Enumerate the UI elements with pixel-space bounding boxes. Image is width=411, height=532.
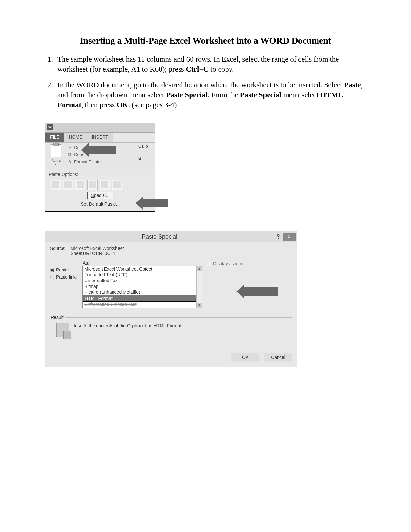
as-label: As:As:	[83, 261, 202, 266]
paste-option-icon[interactable]	[75, 180, 85, 190]
step-2: In the WORD document, go to the desired …	[55, 80, 369, 110]
paintbrush-icon: ✎	[68, 159, 73, 164]
list-item[interactable]: Microsoft Excel Worksheet Object	[83, 266, 202, 272]
tab-insert[interactable]: INSERT	[87, 133, 113, 142]
dialog-titlebar: Paste Special ? ✕	[45, 231, 297, 242]
copy-icon: ⧉	[68, 152, 73, 157]
cancel-button[interactable]: Cancel	[264, 353, 292, 362]
list-item[interactable]: Unformatted Text	[83, 278, 202, 283]
format-painter-menu-item[interactable]: ✎Format Painter	[68, 158, 135, 165]
clipboard-result-icon	[56, 323, 69, 337]
paste-radio[interactable]: Paste:Paste:	[50, 266, 82, 273]
scrollbar[interactable]: ▲ ▼	[196, 266, 202, 308]
word-app-icon: W	[47, 124, 53, 130]
result-label: Result	[50, 315, 65, 320]
paste-link-radio[interactable]: Paste link:Paste link:	[50, 273, 82, 281]
close-button[interactable]: ✕	[283, 233, 296, 241]
paste-option-icon[interactable]	[63, 180, 73, 190]
checkbox-icon	[207, 261, 211, 266]
annotation-arrow-icon	[142, 199, 168, 207]
ok-button[interactable]: OK	[231, 353, 259, 362]
annotation-arrow-icon	[87, 146, 116, 154]
list-item[interactable]: Bitmap	[83, 283, 202, 289]
step-1: The sample worksheet has 11 columns and …	[55, 54, 369, 74]
paste-button[interactable]: Paste ▾	[45, 143, 66, 170]
quick-access-toolbar: W	[45, 123, 155, 133]
font-name-fragment: Calib	[138, 144, 154, 149]
radio-selected-icon	[50, 268, 54, 272]
instruction-list: The sample worksheet has 11 columns and …	[42, 54, 369, 110]
display-as-icon-checkbox[interactable]: Display as icon	[207, 261, 243, 308]
source-info: Source: Microsoft Excel Worksheet Sheet1…	[50, 246, 292, 256]
page-title: Inserting a Multi-Page Excel Worksheet i…	[42, 35, 369, 46]
format-listbox[interactable]: Microsoft Excel Worksheet Object Formatt…	[82, 266, 202, 308]
scroll-down-icon[interactable]: ▼	[197, 303, 202, 308]
radio-unselected-icon	[50, 275, 54, 279]
tab-home[interactable]: HOME	[64, 133, 87, 142]
paste-options-header: Paste Options:	[49, 172, 152, 177]
result-group: Result Inserts the contents of the Clipb…	[50, 315, 292, 347]
tab-file[interactable]: FILE	[45, 133, 64, 142]
ribbon-tabs: FILE HOME INSERT	[45, 133, 155, 142]
list-item-selected[interactable]: HTML Format	[82, 295, 202, 302]
paste-label: Paste	[47, 158, 64, 163]
list-item[interactable]: Formatted Text (RTF)	[83, 272, 202, 278]
clipboard-icon	[51, 144, 61, 157]
scissors-icon: ✂	[68, 145, 73, 150]
paste-option-icon[interactable]	[112, 180, 122, 190]
paste-option-icon[interactable]	[51, 180, 61, 190]
paste-option-icon[interactable]	[87, 180, 98, 190]
paste-special-dialog: Paste Special ? ✕ Source: Microsoft Exce…	[45, 231, 297, 367]
help-button[interactable]: ?	[274, 233, 283, 240]
list-item[interactable]: Unformatted Unicode Text	[83, 301, 202, 307]
list-item[interactable]: Picture (Enhanced Metafile)	[83, 289, 202, 295]
result-text: Inserts the contents of the Clipboard as…	[74, 323, 182, 328]
chevron-down-icon[interactable]: ▾	[47, 163, 64, 166]
scroll-up-icon[interactable]: ▲	[197, 266, 202, 271]
dialog-title: Paste Special	[45, 233, 274, 240]
annotation-arrow-icon	[243, 287, 278, 296]
paste-option-icon[interactable]	[100, 180, 110, 190]
bold-button[interactable]: B	[138, 156, 154, 161]
paste-options-icons	[49, 179, 152, 191]
